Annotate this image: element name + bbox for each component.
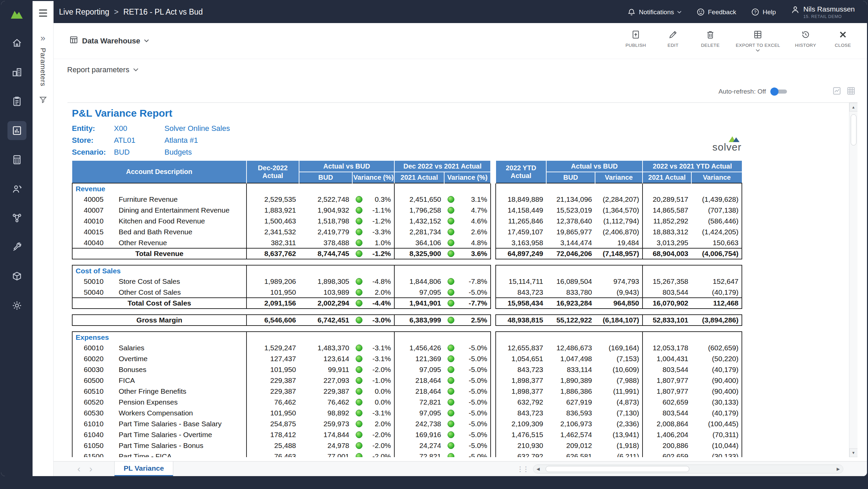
table-row: 60030Bonuses101,95099,911-2.0%97,095-5.0… [72, 364, 742, 375]
value-cell-y21: 2,008,864 [643, 418, 691, 429]
main-content: Data Warehouse PUBLISH EDIT DELETE [54, 23, 867, 476]
status-dot-green [448, 366, 454, 373]
filter-icon[interactable] [39, 95, 47, 105]
value-cell-a21: 1,796,258 [394, 205, 444, 216]
report-viewport: P&L Variance Report Entity: X00 Solver O… [67, 102, 857, 457]
value-cell-ytd: 843,723 [496, 364, 546, 375]
column-header-ytd-bud: BUD [546, 172, 595, 183]
value-cell-y21: 68,904,003 [643, 248, 691, 259]
solver-logo-icon[interactable] [10, 6, 24, 23]
sheet-tab-pl-variance[interactable]: PL Variance [114, 462, 174, 476]
scroll-up-button[interactable]: ▲ [849, 103, 858, 112]
report-meta-row: Entity: X00 Solver Online Sales [72, 122, 742, 134]
group-header-ytd-vs-2021: 2022 vs 2021 YTD Actual [643, 161, 742, 172]
account-code-cell: 60030 [72, 364, 115, 375]
status-dot-green [356, 278, 362, 285]
status-dot-green [448, 377, 454, 384]
spacer-cell [72, 326, 742, 332]
data-source-select[interactable]: Data Warehouse [69, 35, 149, 46]
menu-toggle-button[interactable] [37, 7, 50, 19]
sidebar-item-checklist[interactable] [7, 92, 26, 111]
value-cell-yvar: (9,943) [595, 287, 643, 298]
close-button[interactable]: CLOSE [831, 30, 855, 48]
sidebar-item-tools[interactable] [7, 238, 26, 257]
entity-label: Entity: [72, 124, 114, 133]
value-cell-dec: 6,546,606 [246, 315, 299, 326]
feedback-button[interactable]: Feedback [696, 8, 736, 16]
sidebar-item-organizations[interactable] [7, 63, 26, 82]
chart-view-icon[interactable] [832, 86, 841, 97]
export-to-excel-button[interactable]: EXPORT TO EXCEL [736, 30, 780, 52]
value-cell-a21: 97,095 [394, 287, 444, 298]
help-button[interactable]: ? Help [751, 8, 776, 16]
status-dot-green [356, 317, 362, 324]
value-cell-a21: 72,821 [394, 451, 444, 457]
notifications-button[interactable]: Notifications [627, 8, 682, 16]
value-cell-dec: 2,529,535 [246, 194, 299, 205]
table-row: 40040Other Revenue382,311378,4881.0%364,… [72, 237, 742, 248]
value-cell-varp: -2.0% [352, 451, 394, 457]
column-gap-cell [491, 418, 496, 429]
next-sheet-button[interactable]: › [89, 464, 92, 474]
report-parameters-toggle[interactable]: Report parameters [54, 59, 867, 81]
breadcrumb-root[interactable]: Live Reporting [59, 7, 109, 17]
sidebar-item-settings[interactable] [7, 296, 26, 315]
vertical-scroll-thumb[interactable] [851, 114, 856, 145]
value-cell-ybud [546, 265, 595, 276]
chevron-down-icon [756, 49, 760, 52]
previous-sheet-button[interactable]: ‹ [77, 464, 80, 474]
grid-view-icon[interactable] [847, 86, 855, 97]
user-menu[interactable]: Nils Rasmussen 15. Retail Demo [791, 5, 855, 19]
auto-refresh-toggle[interactable] [771, 90, 787, 94]
scroll-right-button[interactable]: ▶ [833, 465, 843, 473]
value-cell-a21: 218,464 [394, 375, 444, 386]
table-row: 60510Other Fringe Benefits229,387229,387… [72, 386, 742, 397]
history-button[interactable]: HISTORY [794, 30, 817, 48]
value-cell-ytd [496, 332, 546, 343]
spacer-cell [72, 309, 742, 315]
horizontal-scroll-track[interactable] [543, 465, 833, 473]
value-cell-ytd: 1,898,377 [496, 375, 546, 386]
value-cell-varp: 2.0% [352, 287, 394, 298]
status-dot-green [356, 420, 362, 427]
value-cell-dec: 101,950 [246, 408, 299, 418]
value-cell-ytd: 15,958,434 [496, 298, 546, 309]
horizontal-scrollbar[interactable]: ◀ ▶ [533, 465, 843, 473]
value-cell-yvar2: (30,133) [691, 451, 742, 457]
sidebar-item-calculator[interactable] [7, 150, 26, 169]
breadcrumb-separator: > [114, 7, 118, 17]
vertical-scrollbar[interactable]: ▲ ▼ [849, 103, 857, 457]
value-cell-ytd: 1,898,377 [496, 386, 546, 397]
column-gap-cell [491, 386, 496, 397]
value-cell-y21: 602,659 [643, 451, 691, 457]
sidebar-item-user-sync[interactable] [7, 179, 26, 198]
scrollbar-resize-handle[interactable]: ⋮⋮ [517, 465, 528, 473]
value-cell-yvar: (10,609) [595, 364, 643, 375]
sidebar-item-home[interactable] [7, 34, 26, 53]
column-gap-cell [491, 216, 496, 227]
sidebar-item-data-box[interactable] [7, 267, 26, 286]
value-cell-ytd: 48,938,815 [496, 315, 546, 326]
publish-button[interactable]: PUBLISH [624, 30, 648, 48]
value-cell-yvar: (6,184,107) [595, 315, 643, 326]
scroll-down-button[interactable]: ▼ [849, 448, 858, 457]
value-cell-dec: 229,387 [246, 386, 299, 397]
value-cell-varp21: -5.0% [444, 375, 491, 386]
delete-button[interactable]: DELETE [698, 30, 722, 48]
value-cell-yvar2 [691, 183, 742, 194]
value-cell-ytd: 3,163,958 [496, 237, 546, 248]
expand-parameters-button[interactable]: » [40, 34, 45, 42]
sidebar-item-connections[interactable] [7, 209, 26, 228]
value-cell-yvar2: (707,138) [691, 205, 742, 216]
spacer-row [72, 309, 742, 315]
account-description-cell: Part Time - FICA [115, 451, 246, 457]
edit-button[interactable]: EDIT [661, 30, 685, 48]
scroll-left-button[interactable]: ◀ [533, 465, 543, 473]
auto-refresh-row: Auto-refresh: Off [54, 81, 867, 102]
status-dot-green [356, 355, 362, 362]
value-cell-yvar2: (30,133) [691, 397, 742, 408]
column-header-variance-pct-2021: Variance (%) [444, 172, 491, 183]
horizontal-scroll-thum b[interactable] [546, 466, 689, 472]
sidebar-item-reports[interactable] [7, 121, 26, 140]
column-gap-cell [491, 227, 496, 237]
